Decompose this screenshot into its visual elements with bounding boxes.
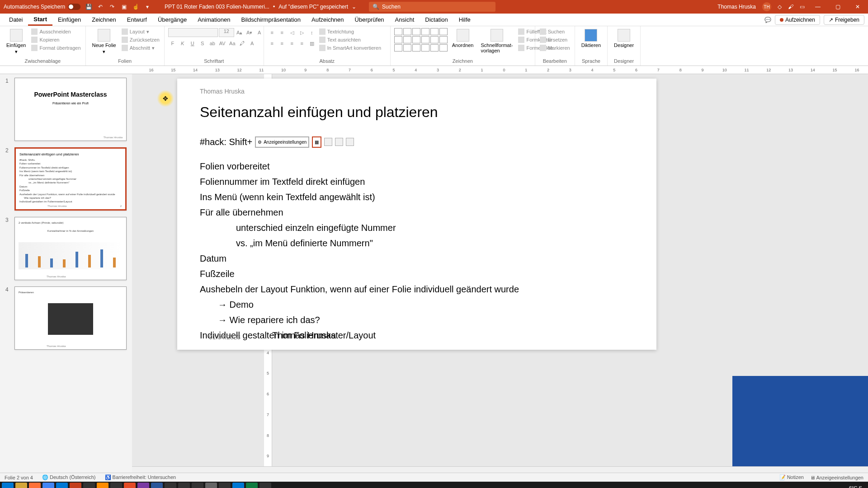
weather-widget[interactable]: ☁6°C S... — [842, 485, 866, 488]
menu-dictation[interactable]: Dictation — [420, 14, 453, 25]
toggle-switch[interactable] — [68, 4, 80, 10]
app-icon[interactable] — [259, 483, 271, 488]
touch-icon[interactable]: ☝ — [132, 3, 139, 10]
designer-button[interactable]: Designer — [611, 28, 637, 49]
search-input[interactable]: 🔍 Suchen — [369, 2, 495, 12]
app-icon[interactable] — [165, 483, 176, 488]
shape-item[interactable] — [439, 36, 448, 43]
find-button[interactable]: Suchen — [539, 28, 571, 35]
dictate-button[interactable]: Diktieren — [579, 28, 604, 49]
slide-editor[interactable]: Thomas Hruska Seitenanzahl einfügen und … — [177, 79, 656, 350]
shape-item[interactable] — [403, 44, 411, 52]
diamond-icon[interactable]: ◇ — [778, 4, 782, 10]
menu-entwurf[interactable]: Entwurf — [122, 14, 152, 25]
app-icon[interactable] — [110, 483, 122, 488]
slide-counter[interactable]: Folie 2 von 4 — [5, 475, 33, 480]
undo-icon[interactable]: ↶ — [97, 3, 104, 10]
horizontal-scrollbar[interactable] — [132, 466, 868, 473]
shape-item[interactable] — [439, 44, 448, 52]
thumbnail-row[interactable]: 1 PowerPoint Masterclass Präsentieren wi… — [5, 78, 127, 141]
chrome-icon[interactable] — [42, 483, 54, 488]
window-icon[interactable]: ▭ — [800, 4, 805, 10]
menu-zeichnen[interactable]: Zeichnen — [86, 14, 121, 25]
shape-item[interactable] — [412, 28, 420, 35]
shape-item[interactable] — [403, 36, 411, 43]
layout-button[interactable]: Layout ▾ — [121, 28, 160, 35]
slide-body[interactable]: #hack: Shift+ ⚙Anzeigeeinstellungen ▦ Fo… — [200, 134, 634, 343]
thumbnail-4[interactable]: Präsentieren Thomas Hruska — [14, 286, 127, 350]
shape-item[interactable] — [421, 28, 429, 35]
menu-start[interactable]: Start — [28, 14, 52, 26]
thumbnail-2[interactable]: Seitenanzahl einfügen und platzieren #ha… — [14, 147, 127, 211]
share-button[interactable]: ↗Freigeben — [824, 15, 864, 25]
powerpoint-icon[interactable] — [70, 483, 81, 488]
slide-thumbnails-panel[interactable]: 1 PowerPoint Masterclass Präsentieren wi… — [0, 74, 132, 466]
chevron-down-icon[interactable]: ⌄ — [352, 4, 356, 10]
brush-icon[interactable]: 🖌 — [788, 4, 793, 10]
shape-item[interactable] — [421, 44, 429, 52]
slide-title[interactable]: Seitenanzahl einfügen und platzieren — [200, 104, 634, 121]
thumbnail-row[interactable]: 4 Präsentieren Thomas Hruska — [5, 286, 127, 350]
section-button[interactable]: Abschnitt ▾ — [121, 44, 160, 52]
app-icon[interactable] — [219, 483, 231, 488]
menu-uebergaenge[interactable]: Übergänge — [152, 14, 192, 25]
paste-button[interactable]: Einfügen▾ — [4, 28, 28, 56]
menu-aufzeichnen[interactable]: Aufzeichnen — [306, 14, 349, 25]
shape-item[interactable] — [430, 36, 439, 43]
menu-ueberpruefen[interactable]: Überprüfen — [349, 14, 390, 25]
thumbnail-1[interactable]: PowerPoint Masterclass Präsentieren wie … — [14, 78, 127, 141]
record-button[interactable]: Aufzeichnen — [775, 15, 820, 25]
display-settings-button[interactable]: 🖥 Anzeigeeinstellungen — [810, 475, 863, 480]
shape-item[interactable] — [394, 44, 402, 52]
replace-button[interactable]: Ersetzen — [539, 36, 571, 43]
accessibility-status[interactable]: ♿ Barrierefreiheit: Untersuchen — [105, 474, 176, 480]
new-slide-button[interactable]: Neue Folie▾ — [90, 28, 119, 56]
menu-datei[interactable]: Datei — [4, 14, 28, 25]
slide-canvas-area[interactable]: 9876543210123456789 ✥ Thomas Hruska Seit… — [132, 74, 868, 466]
reset-button[interactable]: Zurücksetzen — [121, 36, 160, 43]
shape-item[interactable] — [439, 28, 448, 35]
save-icon[interactable]: 💾 — [85, 3, 92, 10]
thumbnail-row[interactable]: 2 Seitenanzahl einfügen und platzieren #… — [5, 147, 127, 211]
shape-item[interactable] — [430, 28, 439, 35]
excel-icon[interactable] — [246, 483, 258, 488]
avatar[interactable]: TH — [762, 2, 771, 11]
onenote-icon[interactable] — [137, 483, 149, 488]
select-button[interactable]: Markieren — [539, 44, 571, 52]
explorer-icon[interactable] — [15, 483, 27, 488]
shape-item[interactable] — [421, 36, 429, 43]
menu-ansicht[interactable]: Ansicht — [390, 14, 420, 25]
app-icon[interactable] — [178, 483, 190, 488]
visio-icon[interactable] — [151, 483, 163, 488]
shape-item[interactable] — [412, 44, 420, 52]
arrange-button[interactable]: Anordnen — [449, 28, 476, 49]
shape-item[interactable] — [394, 28, 402, 35]
language-status[interactable]: 🌐 Deutsch (Österreich) — [42, 474, 96, 480]
menu-animationen[interactable]: Animationen — [192, 14, 236, 25]
horizontal-ruler[interactable]: 1615141312111098765432101234567891011121… — [0, 66, 868, 74]
menu-praesentation[interactable]: Bildschirmpräsentation — [236, 14, 306, 25]
app-icon[interactable] — [124, 483, 136, 488]
thumbnail-3[interactable]: 2 vertikale Achsen (Primär, sekundär) Ku… — [14, 217, 127, 280]
outlook-icon[interactable] — [56, 483, 68, 488]
app-icon[interactable] — [205, 483, 217, 488]
obs-icon[interactable] — [192, 483, 203, 488]
menu-hilfe[interactable]: Hilfe — [453, 14, 476, 25]
present-icon[interactable]: ▣ — [120, 3, 127, 10]
close-button[interactable]: ✕ — [851, 2, 864, 11]
thumbnail-row[interactable]: 3 2 vertikale Achsen (Primär, sekundär) … — [5, 217, 127, 280]
quickstyles-button[interactable]: Schnellformat-vorlagen — [478, 28, 516, 54]
menu-einfuegen[interactable]: Einfügen — [52, 14, 86, 25]
shape-item[interactable] — [394, 36, 402, 43]
start-button[interactable] — [2, 483, 14, 488]
shape-item[interactable] — [430, 44, 439, 52]
firefox-icon[interactable] — [29, 483, 41, 488]
shape-item[interactable] — [412, 36, 420, 43]
user-name[interactable]: Thomas Hruska — [717, 4, 756, 10]
minimize-button[interactable]: — — [811, 2, 825, 11]
comments-icon[interactable]: 💬 — [764, 17, 771, 23]
redo-icon[interactable]: ↷ — [108, 3, 116, 10]
more-icon[interactable]: ▾ — [144, 3, 151, 10]
app-icon[interactable] — [83, 483, 95, 488]
shape-item[interactable] — [403, 28, 411, 35]
